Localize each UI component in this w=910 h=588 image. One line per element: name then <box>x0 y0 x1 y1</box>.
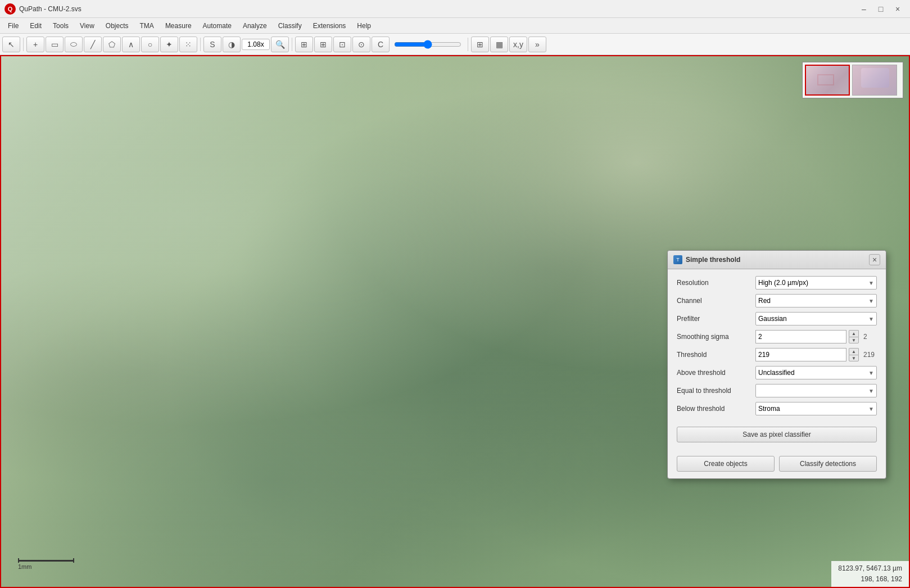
below-threshold-control: Stroma ▼ <box>755 402 877 415</box>
threshold-control: ▲ ▼ 219 <box>755 348 877 361</box>
menu-objects[interactable]: Objects <box>100 20 134 32</box>
slide-viewer[interactable]: 1mm 8123.97, 5467.13 µm 198, 168, 192 T … <box>0 55 910 588</box>
menu-classify[interactable]: Classify <box>273 20 307 32</box>
below-threshold-row: Below threshold Stroma ▼ <box>677 402 877 415</box>
toolbar-separator-4 <box>468 38 468 51</box>
equal-threshold-select[interactable]: ▼ <box>755 384 877 397</box>
resolution-select[interactable]: High (2.0 µm/px) ▼ <box>755 276 877 290</box>
toolbar: ↖ + ▭ ⬭ ╱ ⬠ ∧ ○ ✦ ⁙ S ◑ 1.08x 🔍 ⊞ ⊞ ⊡ ⊙ … <box>0 34 910 55</box>
smoothing-up[interactable]: ▲ <box>849 330 859 337</box>
wand-tool[interactable]: ✦ <box>160 37 178 52</box>
polygon-tool[interactable]: ⬠ <box>103 37 121 52</box>
grid-tool[interactable]: ⊞ <box>314 37 332 52</box>
smoothing-spinner-group: ▲ ▼ 2 <box>755 330 877 343</box>
c-tool[interactable]: C <box>372 37 390 52</box>
threshold-dialog: T Simple threshold × Resolution High (2.… <box>667 250 886 479</box>
create-objects-button[interactable]: Create objects <box>677 456 775 472</box>
threshold-display: 219 <box>863 351 877 359</box>
smoothing-display: 2 <box>863 333 877 341</box>
menu-tma[interactable]: TMA <box>134 20 160 32</box>
above-threshold-row: Above threshold Unclassified ▼ <box>677 366 877 379</box>
menu-view[interactable]: View <box>74 20 100 32</box>
brush-tool[interactable]: ○ <box>141 37 159 52</box>
threshold-down[interactable]: ▼ <box>849 355 859 361</box>
threshold-up[interactable]: ▲ <box>849 348 859 355</box>
dialog-action-row: Create objects Classify detections <box>668 451 886 478</box>
menu-analyze[interactable]: Analyze <box>237 20 273 32</box>
overview-tool[interactable]: ⊞ <box>295 37 313 52</box>
scale-line <box>18 560 74 562</box>
resolution-row: Resolution High (2.0 µm/px) ▼ <box>677 276 877 290</box>
titlebar: Q QuPath - CMU-2.svs – □ × <box>0 0 910 18</box>
class-tool[interactable]: ⊙ <box>352 37 370 52</box>
dialog-close-button[interactable]: × <box>869 254 880 265</box>
menu-file[interactable]: File <box>2 20 24 32</box>
equal-threshold-control: ▼ <box>755 384 877 397</box>
smoothing-down[interactable]: ▼ <box>849 337 859 343</box>
below-threshold-select[interactable]: Stroma ▼ <box>755 402 877 415</box>
menu-tools[interactable]: Tools <box>47 20 74 32</box>
prefilter-select[interactable]: Gaussian ▼ <box>755 312 877 325</box>
below-threshold-label: Below threshold <box>677 405 755 413</box>
above-threshold-arrow: ▼ <box>868 370 874 376</box>
line-tool[interactable]: ╱ <box>84 37 102 52</box>
brightness-slider[interactable] <box>394 40 461 49</box>
threshold-input[interactable] <box>755 348 846 361</box>
menu-extensions[interactable]: Extensions <box>307 20 352 32</box>
rectangle-tool[interactable]: ▭ <box>46 37 64 52</box>
toolbar-separator-3 <box>292 38 292 51</box>
smoothing-label: Smoothing sigma <box>677 333 755 341</box>
coords-line2: 198, 168, 192 <box>838 574 902 585</box>
toolbar-separator-2 <box>200 38 201 51</box>
maximize-button[interactable]: □ <box>873 3 889 15</box>
menu-edit[interactable]: Edit <box>24 20 47 32</box>
thumbnail-1[interactable] <box>805 65 850 96</box>
channel-arrow: ▼ <box>868 298 874 304</box>
main-area: 1mm 8123.97, 5467.13 µm 198, 168, 192 T … <box>0 55 910 588</box>
threshold-label: Threshold <box>677 351 755 359</box>
prefilter-arrow: ▼ <box>868 316 874 322</box>
menu-automate[interactable]: Automate <box>197 20 237 32</box>
resolution-arrow: ▼ <box>868 280 874 286</box>
menu-measure[interactable]: Measure <box>160 20 197 32</box>
below-threshold-arrow: ▼ <box>868 406 874 412</box>
s-tool[interactable]: S <box>203 37 221 52</box>
ellipse-tool[interactable]: ⬭ <box>65 37 83 52</box>
equal-threshold-row: Equal to threshold ▼ <box>677 384 877 397</box>
channel-select[interactable]: Red ▼ <box>755 294 877 307</box>
above-threshold-select[interactable]: Unclassified ▼ <box>755 366 877 379</box>
above-threshold-control: Unclassified ▼ <box>755 366 877 379</box>
threshold-spinner-group: ▲ ▼ 219 <box>755 348 877 361</box>
zoom-reset[interactable]: 🔍 <box>271 37 289 52</box>
coords-view[interactable]: x,y <box>509 37 527 52</box>
menubar: File Edit Tools View Objects TMA Measure… <box>0 18 910 34</box>
window-controls: – □ × <box>856 3 906 15</box>
add-tool[interactable]: + <box>26 37 44 52</box>
threshold-row: Threshold ▲ ▼ 219 <box>677 348 877 361</box>
classify-detections-button[interactable]: Classify detections <box>779 456 877 472</box>
smoothing-control: ▲ ▼ 2 <box>755 330 877 343</box>
pointer-tool[interactable]: ↖ <box>2 37 20 52</box>
points-tool[interactable]: ⁙ <box>179 37 197 52</box>
minimize-button[interactable]: – <box>856 3 872 15</box>
above-threshold-label: Above threshold <box>677 369 755 377</box>
annotation-tool[interactable]: ⊡ <box>333 37 351 52</box>
channel-label: Channel <box>677 297 755 305</box>
scale-label: 1mm <box>18 563 31 570</box>
menu-help[interactable]: Help <box>351 20 377 32</box>
resolution-value: High (2.0 µm/px) <box>758 279 808 287</box>
smoothing-input[interactable] <box>755 330 846 343</box>
thumbnail-panel <box>802 62 903 98</box>
prefilter-row: Prefilter Gaussian ▼ <box>677 312 877 325</box>
thumbnail-2[interactable] <box>852 65 897 96</box>
overflow-tool[interactable]: » <box>528 37 546 52</box>
brightness-tool[interactable]: ◑ <box>223 37 241 52</box>
polyline-tool[interactable]: ∧ <box>122 37 140 52</box>
image-view[interactable]: ▦ <box>490 37 508 52</box>
scale-bar: 1mm <box>18 560 74 570</box>
dialog-titlebar: T Simple threshold × <box>668 251 886 269</box>
table-view[interactable]: ⊞ <box>471 37 489 52</box>
dialog-title: Simple threshold <box>686 256 869 264</box>
save-classifier-button[interactable]: Save as pixel classifier <box>677 427 877 442</box>
close-button[interactable]: × <box>890 3 906 15</box>
